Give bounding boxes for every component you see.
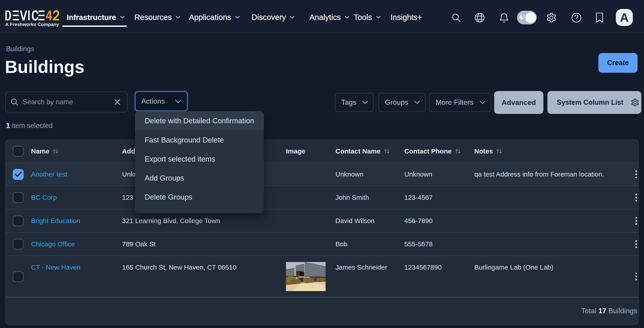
- svg-text:A Freshworks Company: A Freshworks Company: [5, 22, 59, 27]
